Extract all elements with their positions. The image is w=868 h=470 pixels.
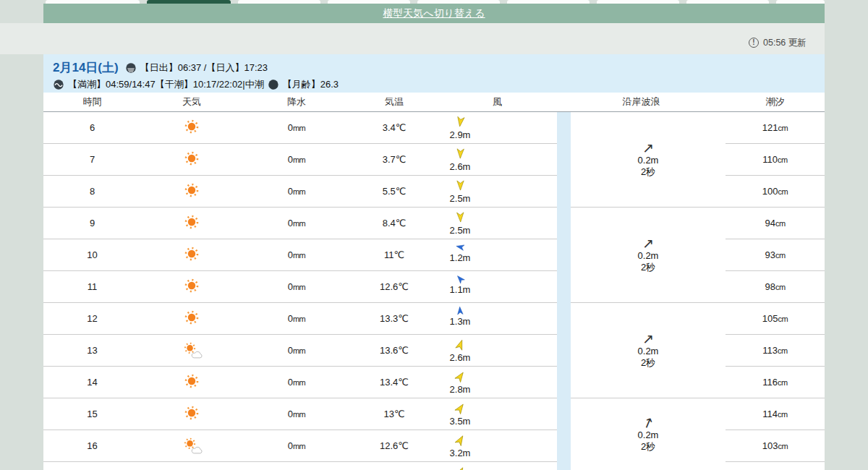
- wind-cell: 1.3m: [438, 303, 557, 334]
- precip-cell: 0mm: [242, 345, 351, 356]
- wave-divider-strip: [557, 112, 571, 470]
- wind-cell: 3.2m: [438, 430, 557, 461]
- wind-direction-arrow: [454, 242, 466, 252]
- wind-cell: 2.8m: [438, 367, 557, 398]
- forecast-panel: 2月14日(土) 【日出】06:37 /【日入】17:23 【満潮】04:59/…: [43, 54, 825, 470]
- tide-cell: 94cm: [726, 208, 825, 239]
- wind-cell: [438, 462, 557, 470]
- col-header-precip: 降水: [242, 95, 351, 108]
- weather-cell: [141, 245, 242, 265]
- temp-cell: 12.6℃: [351, 440, 438, 451]
- sun-icon: [183, 277, 200, 294]
- temp-cell: 3.4℃: [351, 122, 438, 133]
- tide-cell: 105cm: [726, 303, 825, 335]
- wave-height-label: 0.2m: [638, 430, 659, 441]
- temp-cell: 13.6℃: [351, 345, 438, 356]
- wind-direction-arrow: [454, 114, 467, 130]
- wave-group-cell: ↗ 0.2m 2秒: [571, 208, 726, 303]
- switch-view-bar: 横型天気へ切り替える: [43, 4, 825, 23]
- precip-cell: 0mm: [242, 409, 351, 419]
- sunrise-sunset-label: 【日出】06:37 /【日入】17:23: [140, 61, 268, 74]
- hour-cell: 8: [43, 186, 141, 197]
- table-row: 12 0mm 13.3℃ 1.3m: [43, 303, 557, 335]
- wind-cell: 2.5m: [438, 208, 557, 239]
- sun-icon: [183, 309, 200, 326]
- sun-icon: [183, 118, 200, 135]
- wind-cell: 2.6m: [438, 144, 557, 175]
- wave-group-cell: ↗ 0.2m 2秒: [571, 398, 726, 470]
- hour-cell: 14: [43, 377, 141, 388]
- wind-direction-arrow: [451, 431, 468, 450]
- weather-icon: [183, 213, 200, 231]
- cloud-icon: [191, 445, 204, 454]
- wave-height-label: 0.2m: [638, 155, 659, 166]
- table-header-row: 時間 天気 降水 気温 風 沿岸波浪 潮汐: [43, 93, 825, 112]
- wave-group-cell: ↗ 0.2m 2秒: [571, 303, 726, 398]
- col-header-weather: 天気: [141, 95, 242, 108]
- sun-icon: [183, 245, 200, 262]
- wind-cell: 2.6m: [438, 335, 557, 366]
- wind-speed-label: 1.1m: [450, 284, 471, 295]
- wind-cell: 3.5m: [438, 398, 557, 430]
- wave-period-label: 2秒: [641, 441, 655, 453]
- temp-cell: 13℃: [351, 409, 438, 419]
- precip-cell: 0mm: [242, 440, 351, 451]
- wind-direction-arrow: [451, 367, 469, 386]
- wave-period-label: 2秒: [641, 262, 655, 273]
- wind-speed-label: 2.5m: [450, 193, 471, 204]
- tide-column: 121cm110cm100cm94cm93cm98cm105cm113cm116…: [726, 112, 825, 470]
- sub-header-band: [0, 23, 825, 54]
- wind-direction-arrow: [455, 305, 464, 317]
- wind-direction-arrow: [455, 178, 466, 193]
- weather-cell: [141, 213, 242, 233]
- wind-speed-label: 2.6m: [450, 161, 471, 172]
- switch-view-link[interactable]: 横型天気へ切り替える: [383, 7, 485, 20]
- weather-icon: [183, 118, 200, 135]
- weather-cell: [141, 118, 242, 137]
- col-header-waves: 沿岸波浪: [557, 95, 726, 108]
- weather-cell: [141, 309, 242, 328]
- wave-height-label: 0.2m: [638, 250, 659, 262]
- weather-icon: [183, 372, 200, 390]
- temp-cell: 5.5℃: [351, 186, 438, 197]
- wind-direction-arrow: [452, 336, 467, 354]
- wind-cell: 2.9m: [438, 112, 557, 143]
- hourly-weather-table: 時間 天気 降水 気温 風 沿岸波浪 潮汐 6 0mm 3.4℃: [43, 93, 825, 470]
- wave-direction-arrow: ↗: [642, 332, 654, 346]
- hour-cell: 11: [43, 281, 141, 292]
- table-row: 8 0mm 5.5℃ 2.5m: [43, 176, 557, 208]
- table-row: [43, 462, 557, 470]
- col-header-tide: 潮汐: [726, 95, 825, 108]
- wind-direction-arrow: [451, 399, 469, 418]
- tide-cell: [726, 462, 825, 470]
- info-icon[interactable]: !: [749, 38, 759, 48]
- wind-cell: 2.5m: [438, 176, 557, 207]
- wind-speed-label: 2.6m: [450, 352, 471, 363]
- weather-icon: [183, 404, 200, 422]
- sun-icon: [183, 181, 200, 199]
- hour-cell: 15: [43, 409, 141, 419]
- table-left-rows: 6 0mm 3.4℃ 2.9m 7: [43, 112, 557, 470]
- hour-cell: 6: [43, 122, 141, 133]
- wave-period-label: 2秒: [641, 357, 655, 369]
- weather-cell: [141, 404, 242, 424]
- table-row: 14 0mm 13.4℃ 2.8m: [43, 367, 557, 398]
- temp-cell: 8.4℃: [351, 218, 438, 228]
- wave-direction-arrow: ↗: [640, 414, 656, 432]
- table-body: 6 0mm 3.4℃ 2.9m 7: [43, 112, 825, 470]
- weather-cell: [141, 372, 242, 392]
- moon-age-label: 【月齢】26.3: [283, 78, 339, 91]
- hour-cell: 13: [43, 345, 141, 356]
- weather-cell: [141, 277, 242, 296]
- col-header-temp: 気温: [351, 95, 438, 108]
- weather-icon: [183, 436, 200, 453]
- hour-cell: 12: [43, 313, 141, 324]
- precip-cell: 0mm: [242, 218, 351, 228]
- hour-cell: 9: [43, 218, 141, 228]
- precip-cell: 0mm: [242, 186, 351, 197]
- temp-cell: 11℃: [351, 249, 438, 260]
- tide-cell: 114cm: [726, 398, 825, 430]
- precip-cell: 0mm: [242, 313, 351, 324]
- update-time-label: 05:56 更新: [763, 37, 807, 49]
- col-header-wind: 風: [438, 95, 557, 108]
